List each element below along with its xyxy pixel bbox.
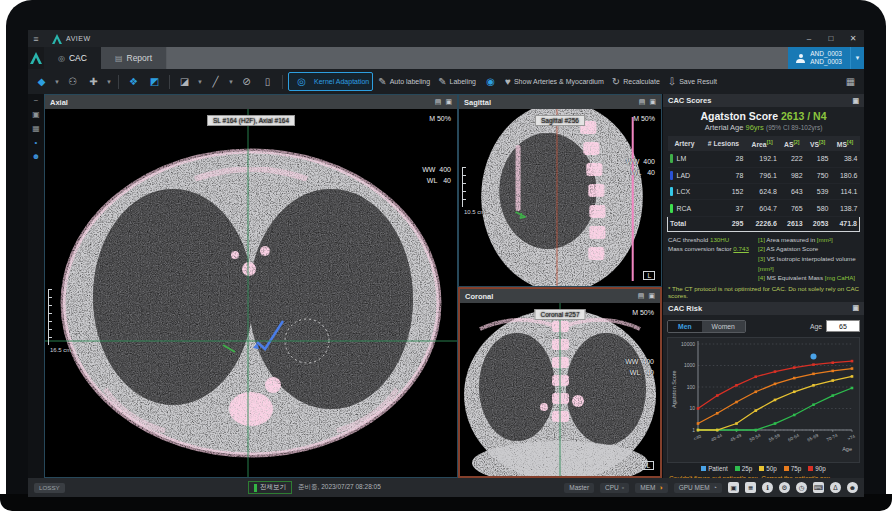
left-sidebar: − ▣ ▦ • ☻: [28, 94, 44, 478]
axial-title: Axial: [50, 98, 68, 107]
risk-chart-container: 110100100010000<4040-4445-4950-5455-5960…: [667, 337, 860, 463]
labeling-button[interactable]: ✎ Labeling: [435, 72, 479, 91]
delete-tool-button[interactable]: ▯: [258, 72, 277, 91]
gpu-mem-indicator[interactable]: GPU MEM◔: [674, 483, 722, 493]
sidebar-collapse-icon[interactable]: −: [34, 96, 39, 105]
measure-tool-caret-icon[interactable]: ▼: [227, 79, 235, 85]
cpu-indicator[interactable]: CPU▫: [600, 483, 629, 493]
sagittal-export-icon[interactable]: ▤: [639, 98, 646, 106]
cac-notes-left: CAC threshold 130HUMass conversion facto…: [668, 235, 754, 283]
crosshair-tool-caret-icon[interactable]: ▼: [105, 79, 113, 85]
record-button[interactable]: ◉: [481, 72, 500, 91]
svg-text:65-69: 65-69: [806, 432, 819, 442]
compare-users-button[interactable]: ⚇: [63, 72, 82, 91]
save-result-button[interactable]: ⇩ Save Result: [665, 72, 720, 91]
cac-risk-maximize-icon[interactable]: ▣: [852, 304, 859, 312]
cac-tab-icon: ◎: [58, 54, 65, 63]
sidebar-patient-icon[interactable]: ☻: [32, 152, 40, 161]
info-icon[interactable]: ℹ: [762, 482, 773, 493]
legend-item[interactable]: 75p: [784, 465, 802, 472]
report-tab-label: Report: [127, 53, 153, 63]
coronal-image-area[interactable]: Coronal #257 M 50% WW 400 WL 40 L: [460, 303, 660, 476]
measure-tool-button[interactable]: ╱: [206, 72, 225, 91]
close-icon[interactable]: ✕: [842, 30, 864, 47]
sidebar-layout-window-icon[interactable]: ▦: [32, 124, 40, 133]
maximize-icon[interactable]: □: [820, 30, 842, 47]
kernel-adaptation-toggle[interactable]: ◎ Kernel Adaptation: [288, 72, 373, 91]
clock-icon[interactable]: ◷: [796, 482, 807, 493]
sagittal-image-area[interactable]: Sagittal #256 M 50% WW 400 WL 40 10.5 cm…: [459, 109, 661, 286]
axial-maximize-icon[interactable]: ▣: [445, 98, 452, 106]
patient-dropdown-icon[interactable]: ▼: [850, 47, 864, 69]
legend-item[interactable]: 90p: [808, 465, 826, 472]
sidebar-layout-grid-icon[interactable]: ▣: [32, 110, 40, 119]
eraser-tool-button[interactable]: ◪: [175, 72, 194, 91]
table-header-cell: # Lesions: [701, 136, 745, 151]
coronal-window-level: WW 400 WL 40: [625, 357, 654, 378]
toolbar-settings-button[interactable]: ▦: [841, 72, 860, 91]
table-row[interactable]: LCX 152624.8643539114.1: [668, 184, 860, 200]
axial-export-icon[interactable]: ▤: [435, 98, 442, 106]
cac-scores-maximize-icon[interactable]: ▣: [852, 97, 859, 105]
note-line: [2] AS Agatston Score: [758, 244, 859, 254]
patient-selector[interactable]: AND_0003 AND_0003: [788, 47, 850, 69]
sagittal-viewport[interactable]: Sagittal ▤ ▣: [458, 94, 662, 287]
mem-indicator[interactable]: MEM◑: [635, 483, 667, 493]
gpu-gauge-icon: ◔: [713, 484, 717, 491]
sagittal-maximize-icon[interactable]: ▣: [649, 98, 656, 106]
legend-item[interactable]: Patient: [701, 465, 728, 472]
navigate-tool-caret-icon[interactable]: ▼: [53, 79, 61, 85]
men-button[interactable]: Men: [668, 321, 702, 332]
navigate-tool-button[interactable]: ◆: [32, 72, 51, 91]
coronal-export-icon[interactable]: ▤: [638, 292, 645, 300]
recalculate-button[interactable]: ↻ Recalculate: [609, 72, 663, 91]
settings-icon[interactable]: ⚙: [779, 482, 790, 493]
coronal-maximize-icon[interactable]: ▣: [648, 292, 655, 300]
agatston-score-label: Agatston Score: [700, 110, 778, 122]
view-mode-badge[interactable]: 전체보기: [248, 481, 292, 494]
table-row[interactable]: LM 28192.122218538.4: [668, 151, 860, 167]
table-row[interactable]: RCA 37604.7765580138.7: [668, 200, 860, 216]
axial-image-area[interactable]: SL #164 (H2F), Axial #164 M 50% WW 400 W…: [45, 109, 457, 477]
women-button[interactable]: Women: [702, 321, 745, 332]
crosshair-tool-button[interactable]: ✚: [84, 72, 103, 91]
cac-notes: CAC threshold 130HUMass conversion facto…: [663, 232, 864, 284]
age-label: Age: [810, 323, 822, 330]
document-icon[interactable]: ≣: [745, 482, 756, 493]
sagittal-window-level: WW 400 WL 40: [626, 157, 655, 178]
keyboard-icon[interactable]: ⌨: [813, 482, 824, 493]
auto-labeling-button[interactable]: ✎ Auto labeling: [375, 72, 433, 91]
table-header-cell: Area[1]: [745, 136, 778, 151]
sagittal-ruler-label: 10.5 cm: [464, 209, 485, 215]
patient-chip: AND_0003 AND_0003 ▼: [788, 47, 864, 69]
patient-icon: [796, 54, 805, 63]
chart-legend: Patient25p50p75p90p: [667, 463, 860, 473]
hamburger-menu-icon[interactable]: ≡: [28, 34, 44, 44]
arterial-age-label: Arterial Age: [705, 123, 744, 132]
show-arteries-button[interactable]: ♥ Show Arteries & Myocardium: [502, 72, 607, 91]
age-input[interactable]: [826, 320, 860, 332]
notifications-icon[interactable]: Δ: [830, 482, 841, 493]
app-window: ≡ AVIEW – □ ✕ ◎ CAC ▤ Report: [28, 30, 864, 497]
display-icon[interactable]: ▣: [728, 482, 739, 493]
eraser-tool-caret-icon[interactable]: ▼: [196, 79, 204, 85]
coronal-viewport[interactable]: Coronal ▤ ▣: [458, 287, 662, 478]
annotate-tool-button[interactable]: ◩: [145, 72, 164, 91]
sex-segmented-control: Men Women: [667, 320, 746, 333]
minimize-icon[interactable]: –: [798, 30, 820, 47]
cac-risk-chart[interactable]: 110100100010000<4040-4445-4950-5455-5960…: [668, 338, 860, 460]
legend-item[interactable]: 25p: [735, 465, 753, 472]
tab-cac[interactable]: ◎ CAC: [44, 47, 101, 69]
auto-labeling-label: Auto labeling: [390, 78, 430, 85]
user-icon[interactable]: ☻: [847, 482, 858, 493]
legend-item[interactable]: 50p: [759, 465, 777, 472]
layout-tool-button[interactable]: ❖: [124, 72, 143, 91]
axial-viewport[interactable]: Axial ▤ ▣: [44, 94, 458, 478]
table-row[interactable]: LAD 78796.1982750180.6: [668, 167, 860, 183]
session-text: 준비중, 2023/07/27 08:28:05: [298, 483, 381, 492]
svg-text:50-54: 50-54: [749, 432, 762, 442]
sagittal-title: Sagittal: [464, 98, 491, 107]
agatston-score-value: 2613 / N4: [781, 110, 827, 122]
tab-report[interactable]: ▤ Report: [101, 47, 167, 69]
exclude-tool-button[interactable]: ⊘: [237, 72, 256, 91]
